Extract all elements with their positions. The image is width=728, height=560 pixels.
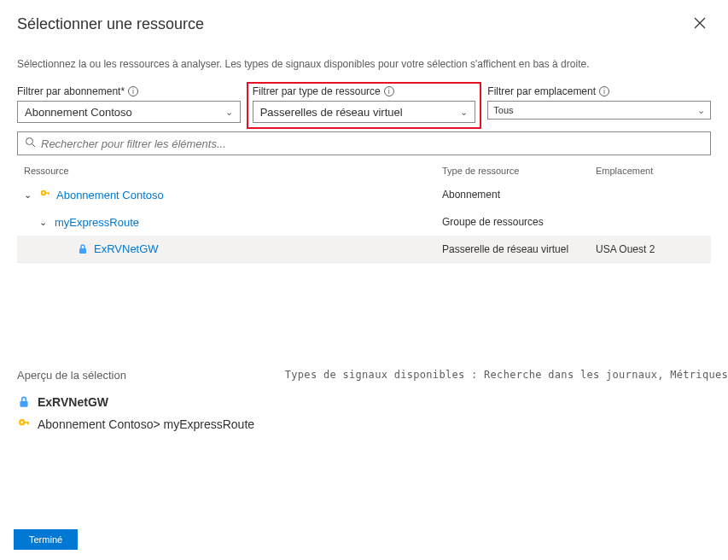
tree-group-type: Groupe de ressources (442, 216, 596, 228)
tree-subscription-type: Abonnement (442, 189, 596, 201)
svg-line-1 (32, 144, 36, 148)
chevron-down-icon: ⌄ (697, 105, 705, 116)
panel-title: Sélectionner une ressource (17, 15, 204, 33)
filter-subscription-label: Filtrer par abonnement* (17, 85, 125, 97)
tree-row-subscription[interactable]: ⌄ Abonnement Contoso Abonnement (17, 181, 711, 208)
tree-row-resource[interactable]: ExRVNetGW Passerelle de réseau virtuel U… (17, 236, 711, 263)
svg-rect-5 (49, 192, 50, 195)
svg-rect-11 (27, 422, 29, 424)
preview-path: Abonnement Contoso> myExpressRoute (17, 417, 728, 431)
preview-path-text: Abonnement Contoso> myExpressRoute (38, 417, 254, 431)
signals-text: Types de signaux disponibles : Recherche… (285, 369, 728, 382)
filter-location-value: Tous (493, 105, 513, 115)
filter-subscription-group: Filtrer par abonnement* i Abonnement Con… (17, 85, 241, 123)
tree-subscription-name[interactable]: Abonnement Contoso (56, 189, 164, 201)
col-resource-header: Ressource (24, 166, 442, 176)
panel-header: Sélectionner une ressource (17, 15, 711, 34)
filter-location-group: Filtrer par emplacement i Tous ⌄ (487, 85, 711, 123)
chevron-down-icon: ⌄ (460, 107, 468, 118)
filter-row: Filtrer par abonnement* i Abonnement Con… (17, 85, 711, 123)
preview-resource: ExRVNetGW (17, 395, 728, 409)
svg-point-9 (20, 421, 23, 423)
search-input[interactable] (41, 137, 703, 150)
col-location-header: Emplacement (596, 166, 704, 176)
filter-subscription-dropdown[interactable]: Abonnement Contoso ⌄ (17, 101, 241, 123)
search-icon (25, 137, 36, 150)
info-icon[interactable]: i (599, 86, 609, 96)
tree-resource-type: Passerelle de réseau virtuel (442, 243, 596, 255)
filter-subscription-value: Abonnement Contoso (25, 106, 132, 119)
svg-point-3 (43, 192, 44, 194)
close-icon (694, 17, 706, 29)
preview-resource-name: ExRVNetGW (38, 395, 108, 409)
filter-location-dropdown[interactable]: Tous ⌄ (487, 101, 711, 120)
filter-location-label: Filtrer par emplacement (487, 85, 596, 97)
preview-section: Aperçu de la sélection Types de signaux … (17, 369, 728, 440)
table-header: Ressource Type de ressource Emplacement (17, 160, 711, 181)
filter-resourcetype-value: Passerelles de réseau virtuel (260, 106, 403, 119)
tree-resource-location: USA Ouest 2 (596, 243, 704, 255)
done-button[interactable]: Terminé (14, 529, 78, 550)
col-type-header: Type de ressource (442, 166, 596, 176)
svg-rect-6 (79, 248, 86, 254)
filter-resourcetype-label: Filtrer par type de ressource (253, 85, 381, 97)
info-icon[interactable]: i (384, 86, 394, 96)
tree-group-name[interactable]: myExpressRoute (55, 216, 139, 229)
chevron-down-icon: ⌄ (225, 107, 233, 118)
svg-rect-7 (20, 401, 27, 407)
search-box[interactable] (17, 131, 711, 155)
tree-row-group[interactable]: ⌄ myExpressRoute Groupe de ressources (17, 208, 711, 236)
filter-resourcetype-group: Filtrer par type de ressource i Passerel… (253, 85, 476, 123)
chevron-down-icon[interactable]: ⌄ (39, 217, 50, 228)
filter-resourcetype-dropdown[interactable]: Passerelles de réseau virtuel ⌄ (253, 101, 476, 123)
instructions-text: Sélectionnez la ou les ressources à anal… (17, 58, 711, 70)
svg-point-0 (26, 138, 33, 145)
tree-resource-name[interactable]: ExRVNetGW (94, 242, 159, 255)
gateway-icon (17, 395, 31, 409)
preview-title: Aperçu de la sélection (17, 369, 126, 382)
footer: Terminé (14, 529, 78, 550)
chevron-down-icon[interactable]: ⌄ (24, 190, 34, 201)
key-icon (17, 417, 31, 431)
key-icon (39, 189, 51, 201)
highlight-box: Filtrer par type de ressource i Passerel… (247, 82, 482, 129)
close-button[interactable] (689, 15, 711, 34)
gateway-icon (77, 243, 89, 255)
info-icon[interactable]: i (128, 86, 138, 96)
